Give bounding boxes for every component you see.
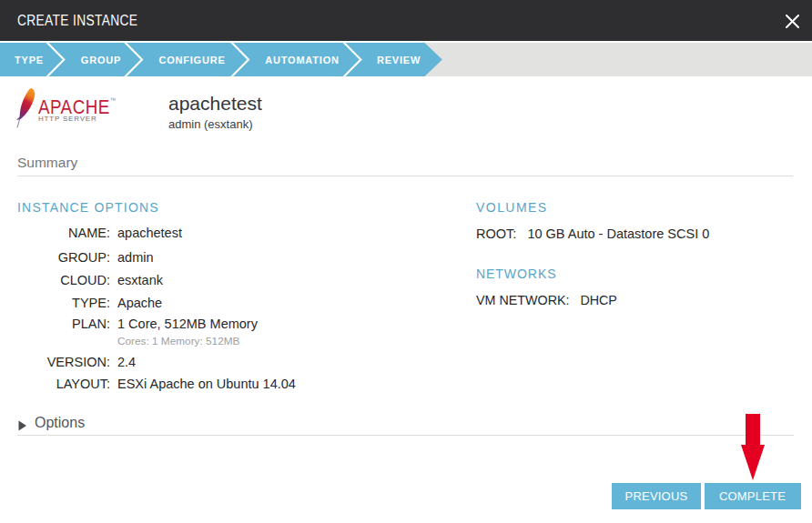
svg-text:CONFIGURE: CONFIGURE bbox=[158, 55, 225, 65]
svg-text:AUTOMATION: AUTOMATION bbox=[265, 55, 340, 65]
svg-text:REVIEW: REVIEW bbox=[377, 55, 421, 65]
svg-text:TYPE: TYPE bbox=[15, 55, 44, 65]
svg-text:GROUP: GROUP bbox=[81, 55, 121, 65]
